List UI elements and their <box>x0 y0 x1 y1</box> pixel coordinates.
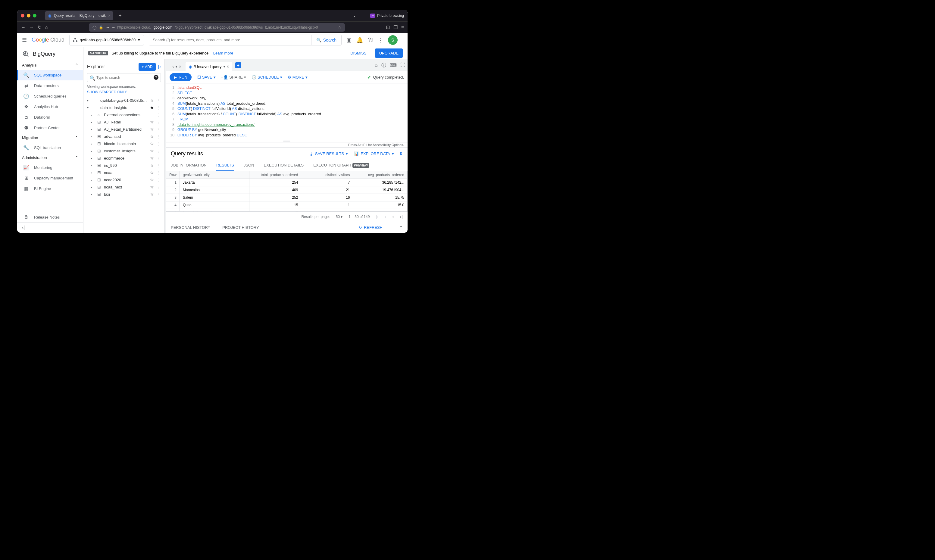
gcp-search-input[interactable] <box>149 35 311 45</box>
window-maximize[interactable] <box>33 14 37 17</box>
help-icon[interactable]: ?⃝ <box>368 37 373 43</box>
last-page-icon[interactable]: ›| <box>400 214 403 220</box>
nav-release-notes[interactable]: 🗎Release Notes <box>17 212 83 222</box>
star-icon[interactable]: ☆ <box>150 177 154 182</box>
collapse-sidebar-button[interactable]: ‹| <box>17 222 83 233</box>
tab-execution-details[interactable]: EXECUTION DETAILS <box>264 160 304 171</box>
more-vertical-icon[interactable]: ⋮ <box>156 156 162 160</box>
editor-query-tab[interactable]: ◉ *Unsaved query ▾ × <box>186 62 232 71</box>
tab-results[interactable]: RESULTS <box>216 160 234 171</box>
refresh-button[interactable]: ↻REFRESH <box>359 225 382 230</box>
tab-job-information[interactable]: JOB INFORMATION <box>171 160 206 171</box>
google-cloud-logo[interactable]: GoogleCloud <box>32 37 65 43</box>
more-vertical-icon[interactable]: ⋮ <box>156 105 162 110</box>
more-vertical-icon[interactable]: ⋮ <box>156 185 162 189</box>
tree-item[interactable]: ▸⊞ecommerce☆⋮ <box>83 154 165 162</box>
tree-item[interactable]: ▸⊞taxi☆⋮ <box>83 191 165 198</box>
expand-arrow-icon[interactable]: ▸ <box>91 193 96 196</box>
table-row[interactable]: 4Quito15115.0 <box>166 202 408 209</box>
more-vertical-icon[interactable]: ⋮ <box>156 149 162 153</box>
nav-capacity[interactable]: ⊞Capacity management <box>17 173 83 183</box>
add-tab-button[interactable]: + <box>235 62 241 68</box>
nav-scheduled-queries[interactable]: 🕒Scheduled queries <box>17 91 83 102</box>
expand-arrow-icon[interactable]: ▸ <box>87 99 92 102</box>
browser-tab[interactable]: ◉ Query results – BigQuery – qwik × <box>45 11 113 20</box>
table-row[interactable]: 5North Attleborough13113.0 <box>166 209 408 212</box>
collapse-explorer-icon[interactable]: |‹ <box>158 64 161 69</box>
table-row[interactable]: 2Maracaibo4092119.4761904... <box>166 186 408 194</box>
column-header[interactable]: avg_products_ordered <box>353 171 407 179</box>
save-button[interactable]: 🖫SAVE▾ <box>197 75 216 80</box>
tree-item[interactable]: ▸qwiklabs-gcp-01-0508d506bb39☆⋮ <box>83 97 165 104</box>
schedule-button[interactable]: 🕒SCHEDULE▾ <box>251 75 282 80</box>
expand-arrow-icon[interactable]: ▸ <box>91 113 96 117</box>
expand-arrow-icon[interactable]: ▸ <box>91 149 96 153</box>
tree-item[interactable]: ▾data-to-insights★⋮ <box>83 104 165 111</box>
more-vertical-icon[interactable]: ⋮ <box>378 37 383 43</box>
nav-bi-engine[interactable]: ▦BI Engine <box>17 183 83 194</box>
reload-icon[interactable]: ↻ <box>38 25 42 30</box>
search-help-icon[interactable]: ? <box>154 75 159 80</box>
extensions-icon[interactable]: ❐ <box>393 25 397 30</box>
more-vertical-icon[interactable]: ⋮ <box>156 134 162 139</box>
column-header[interactable]: geoNetwork_city <box>180 171 250 179</box>
column-header[interactable]: distinct_visitors <box>301 171 353 179</box>
nav-dataform[interactable]: ➲Dataform <box>17 112 83 123</box>
star-icon[interactable]: ☆ <box>150 98 154 103</box>
first-page-icon[interactable]: |‹ <box>376 214 378 220</box>
star-icon[interactable]: ☆ <box>150 134 154 139</box>
upgrade-button[interactable]: UPGRADE <box>375 48 403 58</box>
star-icon[interactable]: ☆ <box>150 170 154 175</box>
star-icon[interactable]: ☆ <box>150 148 154 153</box>
run-button[interactable]: ▶RUN <box>169 73 192 81</box>
tree-item[interactable]: ▸⊞irs_990☆⋮ <box>83 162 165 169</box>
star-icon[interactable]: ☆ <box>150 141 154 146</box>
tree-item[interactable]: ▸⊞AJ_Retail☆⋮ <box>83 118 165 126</box>
collapse-history-icon[interactable]: ⌃ <box>399 225 403 230</box>
editor-fullscreen-icon[interactable]: ⛶ <box>400 62 405 69</box>
tree-item[interactable]: ▸⊞advanced☆⋮ <box>83 133 165 140</box>
gcp-nav-menu-icon[interactable]: ☰ <box>22 37 27 43</box>
star-icon[interactable]: ☆ <box>150 155 154 160</box>
explorer-search-input[interactable] <box>87 73 161 82</box>
expand-arrow-icon[interactable]: ▸ <box>91 128 96 131</box>
tree-item[interactable]: ▸⊞AJ_Retail_Partitioned☆⋮ <box>83 126 165 133</box>
more-vertical-icon[interactable]: ⋮ <box>156 112 162 117</box>
star-icon[interactable]: ☆ <box>150 185 154 189</box>
home-icon[interactable]: ⌂ <box>45 25 48 30</box>
editor-home-icon[interactable]: ⌂ <box>375 62 378 69</box>
tree-item[interactable]: ▸⊞ncaa_next☆⋮ <box>83 183 165 191</box>
nav-analytics-hub[interactable]: ❖Analytics Hub <box>17 102 83 112</box>
expand-arrow-icon[interactable]: ▸ <box>91 164 96 167</box>
window-close[interactable] <box>21 14 25 17</box>
expand-arrow-icon[interactable]: ▸ <box>91 142 96 145</box>
nav-sql-workspace[interactable]: 🔍SQL workspace <box>17 70 83 80</box>
resize-handle[interactable] <box>166 140 408 142</box>
dismiss-button[interactable]: DISMISS <box>350 51 366 55</box>
expand-arrow-icon[interactable]: ▸ <box>91 157 96 160</box>
expand-arrow-icon[interactable]: ▸ <box>91 185 96 189</box>
tree-item[interactable]: ▸⟐External connections⋮ <box>83 111 165 118</box>
tree-item[interactable]: ▸⊞bitcoin_blockchain☆⋮ <box>83 140 165 147</box>
close-icon[interactable]: × <box>179 64 181 69</box>
new-tab-button[interactable]: + <box>119 13 122 18</box>
menu-hamburger-icon[interactable]: ≡ <box>401 25 404 30</box>
sql-editor[interactable]: 12345678910 #standardSQL SELECT geoNetwo… <box>166 83 408 140</box>
share-button[interactable]: +👤SHARE▾ <box>221 75 246 80</box>
column-header[interactable]: total_products_ordered <box>250 171 301 179</box>
pocket-icon[interactable]: ⊡ <box>386 25 390 30</box>
expand-arrow-icon[interactable]: ▸ <box>91 178 96 182</box>
learn-more-link[interactable]: Learn more <box>213 51 233 55</box>
star-icon[interactable]: ★ <box>150 105 154 110</box>
cloud-shell-icon[interactable]: ▣ <box>347 37 351 43</box>
nav-sql-translation[interactable]: 🔧SQL translation <box>17 142 83 153</box>
more-vertical-icon[interactable]: ⋮ <box>156 142 162 146</box>
column-header[interactable]: Row <box>166 171 180 179</box>
more-vertical-icon[interactable]: ⋮ <box>156 163 162 168</box>
show-starred-link[interactable]: SHOW STARRED ONLY <box>83 90 165 97</box>
back-icon[interactable]: ← <box>21 25 26 30</box>
more-vertical-icon[interactable]: ⋮ <box>156 120 162 125</box>
notifications-icon[interactable]: 🔔 <box>356 37 363 43</box>
more-vertical-icon[interactable]: ⋮ <box>156 178 162 182</box>
star-icon[interactable]: ☆ <box>150 120 154 125</box>
